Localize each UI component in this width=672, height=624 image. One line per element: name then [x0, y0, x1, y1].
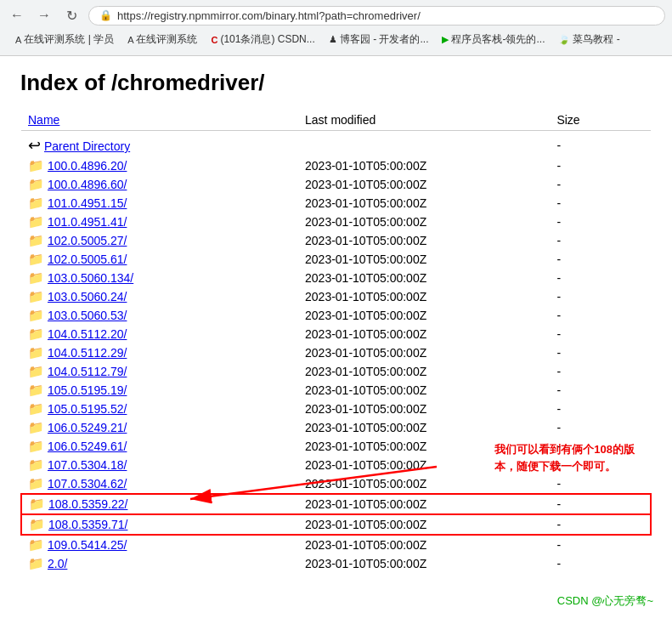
folder-icon: 📁 [28, 158, 44, 173]
entry-link[interactable]: 103.0.5060.24/ [48, 290, 127, 303]
entry-link[interactable]: 106.0.5249.61/ [48, 440, 127, 453]
entry-modified-cell: 2023-01-10T05:00:00Z [298, 156, 550, 175]
entry-modified-cell: 2023-01-10T05:00:00Z [298, 306, 550, 325]
entry-link[interactable]: 105.0.5195.52/ [48, 402, 127, 416]
bookmarks-bar: A在线评测系统 | 学员A在线评测系统C(101条消息) CSDN...♟博客园… [7, 29, 665, 50]
bookmark-item-bm5[interactable]: ▶程序员客栈-领先的... [437, 31, 550, 48]
bookmark-item-bm2[interactable]: A在线评测系统 [122, 31, 202, 48]
entry-modified-cell: 2023-01-10T05:00:00Z [298, 418, 550, 437]
table-row: 📁109.0.5414.25/2023-01-10T05:00:00Z- [21, 535, 651, 554]
entry-link[interactable]: 107.0.5304.18/ [48, 458, 127, 472]
entry-size-cell: - [550, 418, 651, 437]
table-row: 📁104.0.5112.79/2023-01-10T05:00:00Z- [21, 362, 651, 381]
entry-size-cell: - [550, 343, 651, 362]
entry-link[interactable]: 104.0.5112.20/ [48, 327, 127, 341]
folder-icon: 📁 [28, 214, 44, 229]
folder-icon: 📁 [28, 326, 44, 341]
folder-icon: 📁 [28, 308, 44, 322]
entry-size-cell: - [550, 306, 651, 325]
entry-size-cell: - [550, 494, 651, 514]
entry-modified-cell: 2023-01-10T05:00:00Z [298, 362, 550, 381]
table-row: 📁101.0.4951.41/2023-01-10T05:00:00Z- [21, 213, 651, 231]
folder-icon: 📁 [28, 270, 44, 285]
entry-link[interactable]: 105.0.5195.19/ [48, 383, 127, 397]
reload-button[interactable]: ↻ [61, 5, 82, 26]
entry-link[interactable]: 107.0.5304.62/ [48, 477, 127, 491]
entry-link[interactable]: 2.0/ [48, 557, 67, 570]
page-content: Index of /chromedriver/ Name Last modifi… [0, 56, 672, 587]
table-row: 📁102.0.5005.61/2023-01-10T05:00:00Z- [21, 250, 651, 269]
entry-name-cell: 📁104.0.5112.79/ [21, 362, 298, 381]
entry-name-cell: 📁102.0.5005.27/ [21, 231, 298, 250]
entry-link[interactable]: 109.0.5414.25/ [48, 538, 127, 552]
entry-link[interactable]: 104.0.5112.29/ [48, 346, 127, 360]
table-wrapper: Name Last modified Size ↩Parent Director… [20, 110, 652, 573]
folder-icon: 📁 [28, 383, 44, 397]
entry-modified-cell: 2023-01-10T05:00:00Z [298, 287, 550, 306]
entry-modified-cell: 2023-01-10T05:00:00Z [298, 400, 550, 418]
entry-link[interactable]: 108.0.5359.71/ [48, 518, 127, 531]
entry-name-cell: 📁106.0.5249.21/ [21, 418, 298, 437]
bookmark-item-bm1[interactable]: A在线评测系统 | 学员 [10, 31, 119, 48]
annotation-line2: 本，随便下载一个即可。 [494, 460, 616, 473]
forward-button[interactable]: → [34, 5, 54, 26]
entry-size-cell: - [550, 381, 651, 400]
entry-size-cell: - [550, 514, 651, 535]
entry-modified-cell: 2023-01-10T05:00:00Z [298, 474, 550, 494]
table-row: 📁103.0.5060.24/2023-01-10T05:00:00Z- [21, 287, 651, 306]
bookmark-item-bm3[interactable]: C(101条消息) CSDN... [206, 31, 319, 48]
bookmark-label-bm1: 在线评测系统 | 学员 [24, 32, 114, 47]
parent-dir-link[interactable]: Parent Directory [44, 139, 130, 153]
address-bar[interactable]: 🔒 https://registry.npmmirror.com/binary.… [88, 6, 665, 26]
entry-link[interactable]: 100.0.4896.60/ [48, 178, 127, 191]
entry-link[interactable]: 104.0.5112.79/ [48, 365, 127, 378]
table-row: 📁104.0.5112.20/2023-01-10T05:00:00Z- [21, 325, 651, 343]
entry-name-cell: 📁109.0.5414.25/ [21, 535, 298, 554]
entry-link[interactable]: 103.0.5060.53/ [48, 309, 127, 322]
entry-modified-cell: 2023-01-10T05:00:00Z [298, 250, 550, 269]
lock-icon: 🔒 [99, 9, 112, 21]
entry-link[interactable]: 101.0.4951.15/ [48, 196, 127, 210]
bookmark-icon-bm1: A [15, 35, 21, 45]
entry-modified-cell: 2023-01-10T05:00:00Z [298, 494, 550, 514]
entry-size-cell: - [550, 250, 651, 269]
table-row: 📁103.0.5060.53/2023-01-10T05:00:00Z- [21, 306, 651, 325]
entry-modified-cell: 2023-01-10T05:00:00Z [298, 514, 550, 535]
bookmark-label-bm5: 程序员客栈-领先的... [451, 32, 545, 47]
browser-chrome: ← → ↻ 🔒 https://registry.npmmirror.com/b… [0, 0, 672, 56]
entry-link[interactable]: 108.0.5359.22/ [48, 497, 127, 511]
entry-link[interactable]: 102.0.5005.27/ [48, 234, 127, 247]
folder-icon: 📁 [28, 457, 44, 472]
col-size-header: Size [550, 110, 651, 131]
bookmark-label-bm6: 菜鸟教程 - [573, 32, 619, 47]
folder-icon: 📁 [28, 345, 44, 360]
annotation-block: 我们可以看到有俩个108的版 本，随便下载一个即可。 [494, 441, 635, 474]
entry-link[interactable]: 106.0.5249.21/ [48, 421, 127, 434]
table-row: 📁100.0.4896.60/2023-01-10T05:00:00Z- [21, 175, 651, 194]
entry-size-cell: - [550, 213, 651, 231]
entry-modified-cell: 2023-01-10T05:00:00Z [298, 325, 550, 343]
bookmark-label-bm3: (101条消息) CSDN... [220, 32, 314, 47]
entry-link[interactable]: 103.0.5060.134/ [48, 271, 133, 285]
entry-name-cell: 📁102.0.5005.61/ [21, 250, 298, 269]
col-name-header[interactable]: Name [21, 110, 298, 131]
col-modified-header: Last modified [298, 110, 550, 131]
entry-link[interactable]: 100.0.4896.20/ [48, 159, 127, 173]
folder-icon: 📁 [29, 517, 45, 531]
parent-dir-icon: ↩ [28, 137, 41, 154]
bookmark-item-bm6[interactable]: 🍃菜鸟教程 - [553, 31, 624, 48]
table-row: 📁2.0/2023-01-10T05:00:00Z- [21, 554, 651, 573]
entry-modified-cell: 2023-01-10T05:00:00Z [298, 535, 550, 554]
entry-name-cell: 📁105.0.5195.19/ [21, 381, 298, 400]
entry-link[interactable]: 101.0.4951.41/ [48, 215, 127, 229]
directory-table: Name Last modified Size ↩Parent Director… [20, 110, 652, 573]
page-title: Index of /chromedriver/ [20, 70, 652, 96]
bookmark-icon-bm6: 🍃 [558, 34, 570, 45]
entry-modified-cell: 2023-01-10T05:00:00Z [298, 381, 550, 400]
folder-icon: 📁 [28, 537, 44, 552]
entry-link[interactable]: 102.0.5005.61/ [48, 252, 127, 266]
back-button[interactable]: ← [7, 5, 27, 26]
entry-name-cell: 📁104.0.5112.20/ [21, 325, 298, 343]
entry-name-cell: 📁100.0.4896.60/ [21, 175, 298, 194]
bookmark-item-bm4[interactable]: ♟博客园 - 开发者的... [324, 31, 434, 48]
